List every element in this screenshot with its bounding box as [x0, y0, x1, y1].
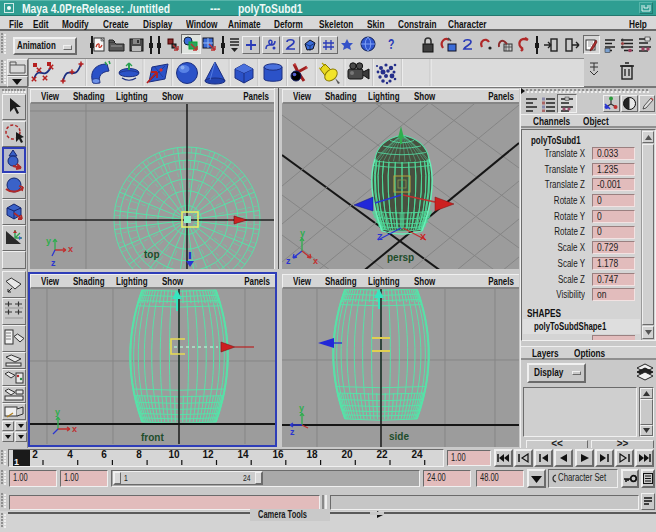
svg-text:x: x: [68, 244, 73, 254]
svg-text:x: x: [72, 424, 77, 434]
svg-text:y: y: [299, 403, 304, 413]
svg-text:z: z: [51, 258, 56, 268]
svg-text:y: y: [55, 407, 60, 417]
svg-text:z: z: [286, 256, 291, 266]
svg-text:front: front: [141, 432, 164, 443]
svg-text:persp: persp: [387, 252, 414, 263]
svg-text:x: x: [313, 256, 318, 266]
svg-text:z: z: [290, 427, 295, 437]
svg-text:side: side: [389, 431, 409, 442]
svg-text:y: y: [300, 228, 305, 238]
svg-text:top: top: [144, 249, 160, 260]
svg-text:Z: Z: [377, 232, 383, 242]
svg-text:y: y: [46, 236, 51, 246]
svg-text:X: X: [420, 232, 426, 242]
